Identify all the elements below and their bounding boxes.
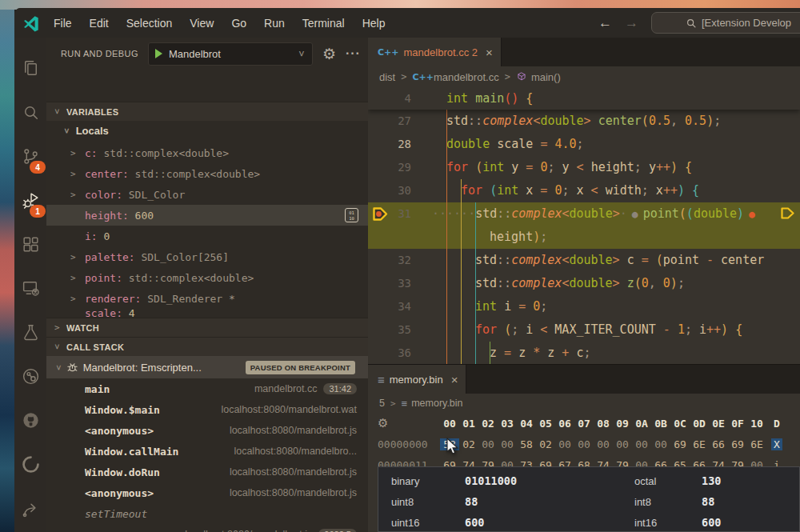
hex-byte[interactable]: 66 — [709, 438, 728, 450]
gutter[interactable]: 28 — [368, 133, 432, 156]
back-icon[interactable]: ← — [598, 15, 612, 31]
hex-byte[interactable]: 69 — [728, 438, 747, 450]
close-icon[interactable]: × — [486, 46, 493, 59]
test-beaker-activity-item[interactable] — [14, 313, 46, 351]
stack-frame-row[interactable]: setTimeout — [46, 503, 368, 524]
gutter[interactable]: 29 — [368, 156, 432, 179]
source-control-activity-item[interactable]: 4 — [14, 137, 46, 175]
variable-row[interactable]: >point: std::complex<double> — [46, 267, 368, 288]
code-line[interactable]: 30for (int x = 0; x < width; x++) { — [368, 179, 800, 202]
hex-settings-gear-icon[interactable]: ⚙ — [378, 416, 440, 430]
menu-file[interactable]: File — [45, 14, 81, 33]
gutter[interactable]: 34 — [368, 295, 432, 318]
code-line[interactable]: 4int main() { — [368, 87, 800, 110]
breadcrumb-item[interactable]: main() — [531, 71, 561, 83]
hex-byte[interactable]: 00 — [555, 438, 574, 450]
gutter[interactable]: 36 — [368, 342, 432, 364]
stack-frame-row[interactable]: Window.doRunlocalhost:8080/mandelbrot.js — [46, 462, 368, 482]
code-line[interactable]: 33std::complex<double> z(0, 0); — [368, 272, 800, 295]
gutter[interactable]: 30 — [368, 179, 432, 202]
stack-frame-row[interactable]: runlocalhost:8080/mandelbrot.js9622:5 — [46, 524, 368, 532]
inline-breakpoint-dot-orange[interactable]: ● — [749, 202, 755, 226]
hex-byte[interactable]: 00 — [651, 438, 670, 450]
variable-row[interactable]: i: 0 — [46, 226, 368, 246]
breadcrumb-item[interactable]: mandelbrot.cc — [434, 71, 499, 83]
gutter[interactable]: 27 — [368, 110, 432, 133]
variables-section-header[interactable]: > VARIABLES — [46, 102, 368, 121]
menu-run[interactable]: Run — [255, 14, 294, 33]
code-line[interactable]: 32std::complex<double> c = (point - cent… — [368, 249, 800, 272]
gutter[interactable]: 31 — [368, 202, 432, 226]
menu-view[interactable]: View — [181, 14, 222, 33]
close-icon[interactable]: × — [451, 373, 458, 386]
start-debugging-icon[interactable] — [155, 49, 162, 58]
variable-row[interactable]: >renderer: SDL_Renderer * — [46, 288, 368, 309]
command-center-search[interactable]: [Extension Develop — [651, 12, 800, 34]
hex-byte[interactable]: 00 — [613, 438, 632, 450]
stack-frame-row[interactable]: <anonymous>localhost:8080/mandelbrot.js — [46, 420, 368, 441]
variable-row[interactable]: height: 6000110 — [46, 205, 368, 226]
hex-byte[interactable]: 00 — [478, 438, 498, 450]
breadcrumb-item[interactable]: 5 — [379, 398, 385, 409]
tab-memory-bin[interactable]: ≡ memory.bin × — [368, 365, 466, 394]
hex-byte[interactable]: 00 — [594, 438, 613, 450]
code-line[interactable]: 27std::complex<double> center(0.5, 0.5); — [368, 110, 800, 133]
gutter[interactable] — [368, 226, 432, 249]
menu-help[interactable]: Help — [354, 14, 394, 33]
launch-config-dropdown[interactable]: Mandelbrot > — [148, 42, 313, 66]
hex-byte[interactable]: 02 — [459, 438, 478, 450]
variable-row[interactable]: >palette: SDL_Color[256] — [46, 246, 368, 267]
hex-byte[interactable]: 02 — [536, 438, 555, 450]
inline-breakpoint-dot-gray[interactable]: ● — [632, 202, 638, 226]
gutter[interactable]: 35 — [368, 318, 432, 342]
gutter[interactable]: 4 — [368, 87, 432, 110]
code-line[interactable]: 36z = z * z + c; — [368, 342, 800, 364]
hex-byte[interactable]: 69 — [670, 438, 690, 450]
hex-byte[interactable]: 00 — [574, 438, 594, 450]
variable-row[interactable]: >center: std::complex<double> — [46, 163, 368, 184]
variable-row[interactable]: scale: 4 — [46, 309, 368, 318]
breadcrumb-item[interactable]: memory.bin — [411, 398, 462, 409]
variable-row[interactable]: >c: std::complex<double> — [46, 142, 368, 163]
more-actions-icon[interactable]: ··· — [346, 46, 361, 61]
code-line[interactable]: 29for (int y = 0; y < height; y++) { — [368, 156, 800, 179]
search-activity-item[interactable] — [14, 93, 46, 131]
hex-byte[interactable]: 58 — [517, 438, 536, 450]
debug-settings-gear-icon[interactable]: ⚙ — [322, 45, 336, 62]
stack-frame-row[interactable]: <anonymous>localhost:8080/mandelbrot.js — [46, 482, 368, 503]
hex-byte[interactable]: 00 — [498, 438, 517, 450]
panel-breadcrumb[interactable]: 5 > ≡ memory.bin — [368, 394, 800, 413]
gutter[interactable]: 32 — [368, 249, 432, 272]
view-binary-icon[interactable]: 0110 — [345, 208, 358, 222]
code-line[interactable]: 31······std::complex<double>·●point((dou… — [368, 202, 800, 226]
files-activity-item[interactable] — [14, 49, 46, 87]
debug-session-row[interactable]: > Mandelbrot: Emscripten... PAUSED ON BR… — [46, 356, 368, 378]
stack-frame-row[interactable]: mainmandelbrot.cc31:42 — [46, 378, 368, 399]
sticky-scroll-line[interactable]: 4int main() { — [368, 87, 800, 110]
remote-explorer-activity-item[interactable] — [14, 269, 46, 307]
stack-frame-row[interactable]: Window.callMainlocalhost:8080/mandelbro.… — [46, 441, 368, 462]
code-line[interactable]: 35for (; i < MAX_ITER_COUNT - 1; i++) { — [368, 318, 800, 342]
code-line[interactable]: height); — [368, 226, 800, 249]
references-activity-item[interactable] — [14, 357, 46, 395]
decoded-char[interactable]: X — [771, 438, 782, 450]
watch-section-header[interactable]: > WATCH — [46, 318, 368, 337]
code-viewport[interactable]: 4int main() { 27std::complex<double> cen… — [368, 87, 800, 364]
menu-selection[interactable]: Selection — [118, 14, 182, 33]
hex-byte[interactable]: 6E — [690, 438, 709, 450]
locals-scope-row[interactable]: > Locals — [46, 121, 368, 141]
github-activity-item[interactable] — [14, 401, 46, 439]
run-and-debug-activity-item[interactable]: 1 — [14, 181, 46, 219]
code-line[interactable]: 34int i = 0; — [368, 295, 800, 318]
hex-row[interactable]: 00000000580200005802000000000000696E6669… — [368, 434, 800, 454]
edge-browser-activity-item[interactable] — [14, 445, 46, 483]
hex-byte[interactable]: 00 — [632, 438, 651, 450]
tab-mandelbrot[interactable]: C++ mandelbrot.cc 2 × — [368, 38, 502, 66]
menu-edit[interactable]: Edit — [81, 14, 118, 33]
variable-row[interactable]: >color: SDL_Color — [46, 184, 368, 205]
breadcrumb-item[interactable]: dist — [379, 71, 395, 83]
menu-go[interactable]: Go — [222, 14, 255, 33]
share-activity-item[interactable] — [14, 489, 46, 527]
stack-frame-row[interactable]: Window.$mainlocalhost:8080/mandelbrot.wa… — [46, 399, 368, 420]
extensions-activity-item[interactable] — [14, 225, 46, 263]
